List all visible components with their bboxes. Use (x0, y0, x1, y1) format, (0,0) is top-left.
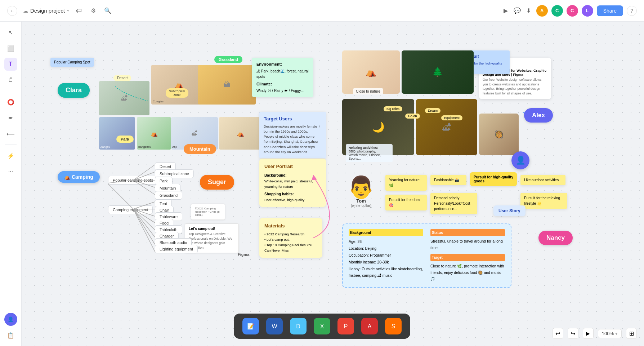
toolbar-divider-2 (5, 145, 17, 145)
header-icons: 🏷 ⚙ 🔍 (75, 7, 112, 15)
alex-bubble[interactable]: Alex (524, 108, 553, 123)
text-tool[interactable]: T (4, 58, 17, 71)
more-tools[interactable]: ··· (4, 165, 17, 178)
user-portrait-mid-card: User Portrait Background: White-collar, … (259, 159, 326, 207)
download-icon[interactable]: ⬇ (525, 7, 533, 15)
bottom-bar: 📝 W D X P A S (234, 314, 410, 339)
svg-text:W: W (272, 323, 277, 329)
doc-icon-6[interactable]: A (361, 318, 378, 334)
photo-1: 🏕 (99, 81, 149, 115)
attr-quality: Pursuit for high-quality goods (470, 172, 517, 186)
pointer-button[interactable]: ▶ (583, 328, 594, 339)
attr-outdoor: Like outdoor activities (520, 175, 565, 185)
svg-text:S: S (392, 323, 395, 329)
popular-camping-spots-node: Popular camping spots (108, 176, 158, 185)
camping-equipment-node: Camping equipment (108, 205, 153, 214)
undo-button[interactable]: ↩ (553, 328, 563, 339)
doc-icon-7[interactable]: S (385, 318, 402, 334)
search-icon[interactable]: 🔍 (104, 7, 112, 15)
grassland-label: Grassland (214, 56, 242, 63)
doc-icon-5[interactable]: P (337, 318, 354, 334)
redo-button[interactable]: ↪ (568, 328, 578, 339)
photo-tent-tags: 🏕 (416, 99, 477, 155)
avatar-l[interactable]: L (582, 5, 593, 17)
fullscreen-button[interactable]: ⊞ (626, 328, 637, 339)
avatar-c[interactable]: C (551, 5, 563, 17)
photo-5: ⛺ Hangzhou (137, 117, 171, 150)
svg-line-14 (133, 209, 155, 252)
clara-bubble[interactable]: Clara (58, 83, 90, 98)
photo-7: ⛺ (219, 117, 262, 150)
board-icon[interactable]: 📋 (4, 329, 17, 342)
header-right: ▶ 💬 ⬇ A C C L Share ? (502, 5, 637, 17)
mountain-label: Mountain (184, 144, 216, 154)
svg-text:📝: 📝 (247, 323, 254, 330)
bottom-right-controls: ↩ ↪ ▶ 100% ▾ ⊞ (553, 328, 637, 339)
attr-yearning: Yearning for nature 🌿 (385, 175, 427, 191)
equip-lighting: Lighting equipment (155, 245, 198, 253)
canvas: Popular Camping Spot Clara Desert 🏕 ⛺ Co… (22, 22, 644, 346)
zoom-control[interactable]: 100% ▾ (598, 329, 622, 338)
share-button[interactable]: Share (597, 5, 623, 16)
camping-main-node: ⛺ Camping (58, 171, 100, 183)
desert-label: Desert (113, 75, 131, 81)
avatar-a[interactable]: A (536, 5, 548, 17)
tom-figure: 👨 Tom (white-collar) (348, 177, 375, 208)
subtropical-label: Subtropicalzone (166, 88, 188, 98)
back-button[interactable]: ← (7, 6, 17, 16)
help-button[interactable]: ? (627, 6, 637, 16)
photo-food: 🥘 (479, 114, 519, 155)
note-tool[interactable]: 🗒 (4, 74, 17, 86)
connector-tool[interactable]: ⟵ (4, 127, 17, 140)
camping-research-card: ©2022 Camping Research · Chris (IT GIRL) (191, 204, 225, 220)
svg-text:P: P (344, 323, 348, 329)
photo-forest: 🌲 (402, 50, 474, 94)
play-icon[interactable]: ▶ (502, 7, 510, 15)
left-toolbar: ↖ ⬜ T 🗒 ⭕ ✒ ⟵ ⚡ ··· 👤 📋 (0, 22, 22, 346)
figma-bottom-label: Figma (238, 252, 249, 257)
doc-icon-2[interactable]: W (266, 318, 283, 334)
target-users-card: Target Users Decision-makers are mostly … (259, 112, 326, 158)
svg-line-13 (133, 209, 155, 244)
doc-icon-4[interactable]: X (314, 318, 330, 334)
user-avatar-canvas[interactable]: 👤 (511, 151, 529, 169)
plugin-tool[interactable]: ⚡ (4, 149, 17, 162)
suger-bubble[interactable]: Suger (200, 175, 234, 190)
user-story-button[interactable]: User Story (493, 205, 526, 216)
photo-3: 🏔 (198, 65, 256, 105)
materials-card: Materials • 2022 Camping Research • Let'… (259, 218, 322, 258)
header: ← ☁ Design project ▾ 🏷 ⚙ 🔍 ▶ 💬 ⬇ A C C L… (0, 0, 644, 22)
nancy-bubble[interactable]: Nancy (538, 231, 573, 245)
park-label: Park (116, 136, 134, 143)
avatar-c2[interactable]: C (567, 5, 578, 17)
attr-fashionable: Fashionable 📸 (430, 175, 466, 185)
photo-tent-1: ⛺ (342, 50, 400, 94)
attr-lifestyle: Pursuit for the relaxing lifestyle 🌟 (520, 193, 567, 209)
header-left: ← ☁ Design project ▾ 🏷 ⚙ 🔍 (7, 6, 112, 16)
toolbar-divider (5, 91, 17, 91)
photo-4: Jiangsu (99, 117, 135, 150)
pen-tool[interactable]: ✒ (4, 111, 17, 124)
doc-icon-3[interactable]: D (290, 318, 307, 334)
svg-text:X: X (320, 323, 324, 329)
frame-tool[interactable]: ⬜ (4, 42, 17, 55)
relaxing-activities: Relaxing activities: BBQ, photography, W… (346, 144, 393, 162)
attr-demand: Demand priorityPersonality/Look=Costperf… (430, 193, 477, 214)
svg-text:A: A (368, 323, 372, 329)
shape-tool[interactable]: ⭕ (4, 96, 17, 108)
comment-icon[interactable]: 💬 (513, 7, 521, 15)
doc-icon-1[interactable]: 📝 (242, 318, 259, 334)
background-section-card: Background Age: 26 Location: Beijing Occ… (342, 223, 511, 288)
move-tool[interactable]: ↖ (4, 26, 17, 39)
close-to-nature-label: Close to nature (353, 88, 383, 94)
popular-camping-spot-label: Popular Camping Spot (50, 58, 94, 67)
user-avatar[interactable]: 👤 (4, 313, 17, 326)
attr-freedom: Pursuit for freedom 🎯 (385, 195, 427, 210)
svg-text:D: D (296, 323, 300, 329)
label-icon[interactable]: 🏷 (75, 7, 83, 15)
project-name[interactable]: ☁ Design project ▾ (23, 8, 69, 14)
settings-icon[interactable]: ⚙ (89, 7, 97, 15)
spot-grassland: Grassland (155, 191, 182, 200)
environment-card: Environment: 🏖 Park, beach🌊, forest, nat… (252, 58, 313, 97)
